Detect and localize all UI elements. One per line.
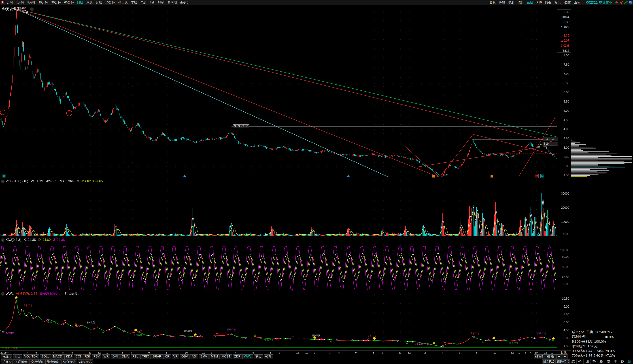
- volume-pane-canvas[interactable]: [0, 179, 557, 237]
- sidebar-tab-价[interactable]: 价: [576, 359, 584, 364]
- announcement-marker[interactable]: [432, 175, 435, 178]
- indicator-tab-CCI[interactable]: CCI: [74, 354, 82, 359]
- wwl-pane-canvas[interactable]: [0, 291, 557, 350]
- panel-layout-icon[interactable]: [629, 1, 632, 4]
- kdj-indicator-name[interactable]: KDJ(9,3,3): [6, 238, 21, 242]
- tool-item-复权[interactable]: 复权: [488, 0, 497, 5]
- indicator-tab-WWL[interactable]: WWL: [242, 354, 253, 359]
- indicator-right-+[interactable]: +: [556, 354, 562, 359]
- period-item-多周期[interactable]: 多周期: [166, 0, 178, 5]
- announcement-marker[interactable]: [490, 175, 494, 178]
- tool-item-统计[interactable]: 统计: [516, 0, 526, 5]
- indicator-tab-EMV[interactable]: EMV: [199, 354, 209, 359]
- status-item-板块资讯[interactable]: 板块资讯: [78, 360, 93, 364]
- period-item-日线[interactable]: 日线: [76, 0, 85, 5]
- indicator-tab-KDJ[interactable]: KDJ: [64, 354, 74, 359]
- main-chart-canvas[interactable]: [0, 5, 557, 179]
- indicator-tab-BOLL[interactable]: BOLL: [40, 354, 51, 359]
- indicator-tab-MACD[interactable]: MACD: [52, 354, 64, 359]
- tool-item-简框[interactable]: 简框: [544, 0, 553, 5]
- sidebar-tab-筹[interactable]: 筹: [626, 359, 633, 364]
- sidebar-tab-主[interactable]: 主: [612, 359, 619, 364]
- indicator-tab-CR[interactable]: CR: [164, 354, 171, 359]
- indicator-tab-BRAR[interactable]: BRAR: [151, 354, 163, 359]
- tool-item-标记[interactable]: 标记: [553, 0, 562, 5]
- indicator-tab-WR[interactable]: WR: [102, 354, 110, 359]
- volume-indicator-name[interactable]: VOL-TDX(5,10): [6, 180, 28, 183]
- tool-item-返回[interactable]: 返回: [572, 0, 582, 5]
- sidebar-tab-笔[interactable]: 笔: [569, 359, 576, 364]
- event-badge-caibao[interactable]: 财: [534, 174, 538, 178]
- segment-label-345[interactable]: 3.45 - 3: [542, 137, 558, 141]
- sidebar-tab-联[interactable]: 联: [598, 359, 604, 364]
- period-item-月线[interactable]: 月线: [94, 0, 104, 5]
- period-item-周线[interactable]: 周线: [85, 0, 94, 5]
- tool-item-叠加[interactable]: 叠加: [497, 0, 506, 5]
- indicator-tab-ASI[interactable]: ASI: [190, 354, 198, 359]
- period-item-分时[interactable]: 分时: [5, 0, 15, 5]
- tool-item-画线[interactable]: 画线: [526, 0, 535, 5]
- tool-item-多股[interactable]: 多股: [506, 0, 516, 5]
- indicator-tab-VR[interactable]: VR: [172, 354, 179, 359]
- green-arrow-icon[interactable]: [624, 1, 628, 4]
- stock-code-name[interactable]: 002321 华英农业: [584, 0, 614, 5]
- indicator-tab-窗口[interactable]: 窗口: [13, 354, 22, 359]
- period-item-5分钟[interactable]: 5分钟: [26, 0, 37, 5]
- period-item-更多 〉[interactable]: 更多 〉: [178, 0, 192, 5]
- period-item-年线[interactable]: 年线: [139, 0, 148, 5]
- indicator-tab-DMA[interactable]: DMA: [120, 354, 130, 359]
- status-item-扩展∧[interactable]: 扩展∧: [1, 360, 13, 364]
- news-triangle-marker[interactable]: [184, 175, 186, 177]
- wwl-indicator-name[interactable]: WWL: [6, 292, 14, 296]
- indicator-tab-ZDF[interactable]: ZDF: [232, 354, 242, 359]
- period-item-45日线[interactable]: 45日线: [116, 0, 129, 5]
- status-right-侧边栏《[interactable]: 侧边栏《: [556, 360, 570, 364]
- sidebar-tab-值[interactable]: 值: [605, 359, 612, 364]
- event-badge-jiejin-2[interactable]: 解: [540, 174, 544, 178]
- period-item-5秒[interactable]: 5秒: [148, 0, 156, 5]
- indicator-tab-指标A[interactable]: 指标A: [1, 354, 12, 359]
- kline-style-icon[interactable]: [615, 1, 618, 4]
- trend-flame-icon[interactable]: [620, 1, 623, 4]
- indicator-tab-更多[interactable]: 更多: [254, 354, 263, 359]
- tool-item-F10[interactable]: F10: [535, 0, 543, 5]
- volume-collapse-icon[interactable]: ⌄: [1, 180, 4, 183]
- period-item-60分钟[interactable]: 60分钟: [62, 0, 76, 5]
- status-right-图文F10[interactable]: 图文F10: [542, 360, 556, 364]
- segment-label-324[interactable]: 3.24 -: [542, 142, 558, 146]
- tool-item--自选[interactable]: -自选: [562, 0, 573, 5]
- period-item-15分钟[interactable]: 15分钟: [37, 0, 50, 5]
- period-item-10分钟[interactable]: 10分钟: [104, 0, 116, 5]
- kdj-pane-canvas[interactable]: [0, 237, 557, 291]
- indicator-tab-VOL-TDX[interactable]: VOL-TDX: [22, 354, 39, 359]
- indicator-tab-DMI[interactable]: DMI: [111, 354, 120, 359]
- period-item-30分钟[interactable]: 30分钟: [50, 0, 62, 5]
- status-item-资金流向[interactable]: 资金流向: [46, 360, 61, 364]
- app-logo-icon[interactable]: [1, 1, 4, 4]
- status-item-综合资讯[interactable]: 综合资讯: [62, 360, 77, 364]
- chevron-down-icon[interactable]: ⌄: [30, 8, 34, 11]
- sidebar-tab-逆[interactable]: 逆: [619, 359, 626, 364]
- range-annotation-label[interactable]: 3.89 - 3.88: [233, 124, 250, 128]
- period-item-1分钟[interactable]: 1分钟: [15, 0, 26, 5]
- status-item-交易查询[interactable]: 交易查询: [29, 360, 45, 364]
- indicator-tab-RSI[interactable]: RSI: [83, 354, 91, 359]
- indicator-tab-OBV[interactable]: OBV: [180, 354, 190, 359]
- sidebar-tab-细[interactable]: 细: [584, 359, 590, 364]
- status-item-关联报价[interactable]: 关联报价: [13, 360, 29, 364]
- indicator-right-−[interactable]: −: [562, 354, 568, 359]
- indicator-tab-PSY[interactable]: PSY: [92, 354, 101, 359]
- indicator-right-模 板[interactable]: 模 板: [545, 354, 556, 359]
- period-item-15秒[interactable]: 15秒: [156, 0, 166, 5]
- sidebar-tab-势[interactable]: 势: [590, 359, 598, 364]
- indicator-tab-FSL[interactable]: FSL: [131, 354, 140, 359]
- kdj-collapse-icon[interactable]: ⌄: [1, 238, 4, 242]
- indicator-tab-MTM[interactable]: MTM: [209, 354, 220, 359]
- news-triangle-marker[interactable]: [347, 175, 350, 177]
- wwl-collapse-icon[interactable]: ⌄: [1, 292, 4, 296]
- indicator-right-指标B[interactable]: 指标B: [534, 354, 545, 359]
- indicator-tab-TRIX[interactable]: TRIX: [140, 354, 151, 359]
- indicator-tab-设置[interactable]: 设置: [264, 354, 273, 359]
- indicator-tab-MCST[interactable]: MCST: [220, 354, 232, 359]
- period-item-季线[interactable]: 季线: [129, 0, 139, 5]
